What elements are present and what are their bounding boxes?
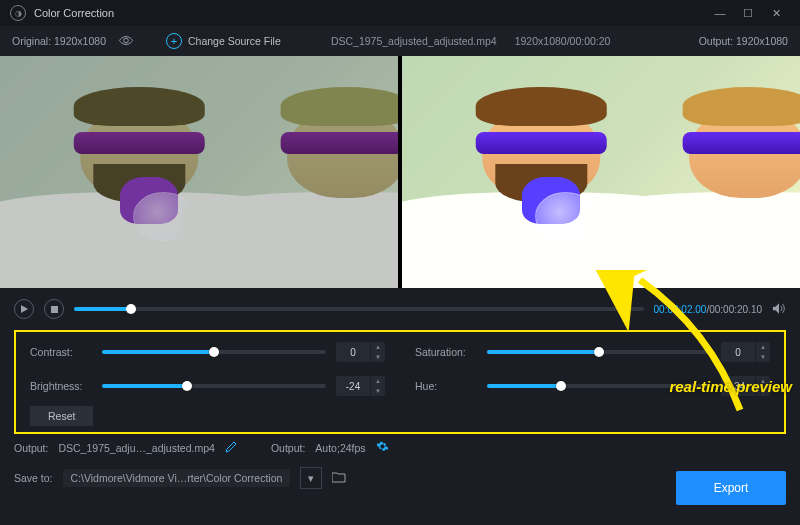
svg-rect-0 xyxy=(51,306,58,313)
spin-up-icon[interactable]: ▲ xyxy=(756,342,770,352)
total-time: 00:00:20.10 xyxy=(709,304,762,315)
reset-button[interactable]: Reset xyxy=(30,406,93,426)
export-button[interactable]: Export xyxy=(676,471,786,505)
output-resolution-label: Output: 1920x1080 xyxy=(699,35,788,47)
compare-toggle-icon[interactable] xyxy=(118,35,134,48)
saturation-input[interactable]: 0 ▲▼ xyxy=(721,342,770,362)
output-row: Output: DSC_1975_adju…_adjusted.mp4 Outp… xyxy=(0,434,800,461)
source-res-duration: 1920x1080/00:00:20 xyxy=(515,35,611,47)
seek-knob[interactable] xyxy=(126,304,136,314)
source-filename: DSC_1975_adjusted_adjusted.mp4 xyxy=(331,35,497,47)
info-bar: Original: 1920x1080 + Change Source File… xyxy=(0,26,800,56)
play-button[interactable] xyxy=(14,299,34,319)
brightness-row: Brightness: -24 ▲▼ xyxy=(30,376,385,396)
save-path: C:\Vidmore\Vidmore Vi…rter\Color Correct… xyxy=(63,469,291,487)
adjusted-preview-pane xyxy=(402,56,800,288)
close-button[interactable]: ✕ xyxy=(762,7,790,20)
saturation-label: Saturation: xyxy=(415,346,477,358)
maximize-button[interactable]: ☐ xyxy=(734,7,762,20)
contrast-label: Contrast: xyxy=(30,346,92,358)
spin-down-icon[interactable]: ▼ xyxy=(371,352,385,362)
original-resolution-label: Original: 1920x1080 xyxy=(12,35,106,47)
annotation-label: real-time preview xyxy=(669,378,792,395)
change-source-label: Change Source File xyxy=(188,35,281,47)
seek-fill xyxy=(74,307,131,311)
volume-icon[interactable] xyxy=(772,302,786,317)
window-title: Color Correction xyxy=(34,7,114,19)
spin-up-icon[interactable]: ▲ xyxy=(371,376,385,386)
spin-down-icon[interactable]: ▼ xyxy=(371,386,385,396)
settings-icon[interactable] xyxy=(376,440,389,455)
contrast-slider[interactable] xyxy=(102,350,326,354)
saturation-slider[interactable] xyxy=(487,350,711,354)
spin-down-icon[interactable]: ▼ xyxy=(756,352,770,362)
spin-up-icon[interactable]: ▲ xyxy=(371,342,385,352)
output-prefix: Output: xyxy=(14,442,48,454)
original-preview-pane xyxy=(0,56,398,288)
app-logo-icon: ◑ xyxy=(10,5,26,21)
plus-icon: + xyxy=(166,33,182,49)
output-format-prefix: Output: xyxy=(271,442,305,454)
playback-bar: 00:00:02.00/00:00:20.10 xyxy=(0,288,800,330)
change-source-button[interactable]: + Change Source File xyxy=(166,33,281,49)
timecode: 00:00:02.00/00:00:20.10 xyxy=(654,304,762,315)
title-bar: ◑ Color Correction — ☐ ✕ xyxy=(0,0,800,26)
brightness-input[interactable]: -24 ▲▼ xyxy=(336,376,385,396)
seek-slider[interactable] xyxy=(74,307,644,311)
contrast-input[interactable]: 0 ▲▼ xyxy=(336,342,385,362)
output-format: Auto;24fps xyxy=(315,442,365,454)
stop-button[interactable] xyxy=(44,299,64,319)
saturation-row: Saturation: 0 ▲▼ xyxy=(415,342,770,362)
brightness-slider[interactable] xyxy=(102,384,326,388)
output-filename: DSC_1975_adju…_adjusted.mp4 xyxy=(58,442,214,454)
save-prefix: Save to: xyxy=(14,472,53,484)
hue-label: Hue: xyxy=(415,380,477,392)
open-folder-icon[interactable] xyxy=(332,472,346,485)
current-time: 00:00:02.00 xyxy=(654,304,707,315)
minimize-button[interactable]: — xyxy=(706,7,734,19)
preview-area xyxy=(0,56,800,288)
path-dropdown[interactable]: ▾ xyxy=(300,467,322,489)
contrast-row: Contrast: 0 ▲▼ xyxy=(30,342,385,362)
brightness-label: Brightness: xyxy=(30,380,92,392)
rename-icon[interactable] xyxy=(225,441,237,455)
